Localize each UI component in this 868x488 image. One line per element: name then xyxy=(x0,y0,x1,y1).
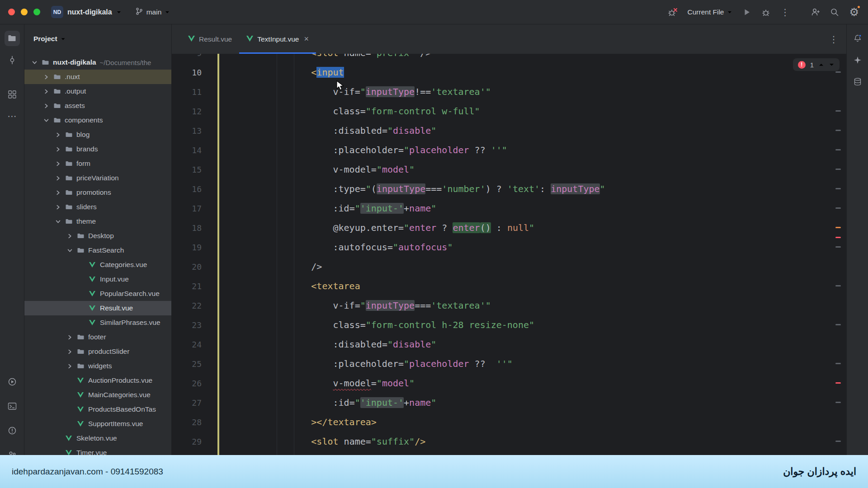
line-number[interactable]: 10 xyxy=(172,63,202,82)
chevron-icon[interactable] xyxy=(41,115,52,126)
tree-item-sliders[interactable]: sliders xyxy=(24,200,171,214)
tree-item-brands[interactable]: brands xyxy=(24,142,171,156)
line-number[interactable]: 11 xyxy=(172,82,202,102)
tree-item--output[interactable]: .output xyxy=(24,84,171,99)
debugger-disabled-icon[interactable] xyxy=(668,7,678,17)
chevron-icon[interactable] xyxy=(64,346,75,357)
structure-tool-icon[interactable] xyxy=(5,87,20,102)
code-line-9[interactable]: 9 <slot name="prefix" /> xyxy=(172,54,846,63)
tree-item-maincategories-vue[interactable]: MainCategories.vue xyxy=(24,388,171,402)
chevron-icon[interactable] xyxy=(52,158,63,169)
code-line-20[interactable]: 20 /> xyxy=(172,257,846,277)
problems-tool-icon[interactable] xyxy=(5,423,20,438)
tree-item-blog[interactable]: blog xyxy=(24,127,171,142)
search-everywhere-icon[interactable] xyxy=(830,8,839,17)
code-line-14[interactable]: 14 :placeholder="placeholder ?? ''" xyxy=(172,141,846,160)
chevron-icon[interactable] xyxy=(52,202,63,212)
project-widget[interactable]: ND nuxt-digikala xyxy=(51,6,122,18)
tree-item-result-vue[interactable]: Result.vue xyxy=(24,301,171,315)
line-number[interactable]: 21 xyxy=(172,277,202,296)
branch-widget[interactable]: main xyxy=(135,7,170,17)
code-line-13[interactable]: 13 :disabled="disable" xyxy=(172,121,846,141)
notifications-bell-icon[interactable] xyxy=(850,31,865,46)
line-number[interactable]: 15 xyxy=(172,160,202,179)
code-with-me-icon[interactable] xyxy=(811,8,820,17)
tree-item-footer[interactable]: footer xyxy=(24,330,171,344)
line-number[interactable]: 16 xyxy=(172,179,202,199)
chevron-icon[interactable] xyxy=(64,332,75,343)
line-number[interactable]: 9 xyxy=(172,54,202,63)
line-number[interactable]: 14 xyxy=(172,141,202,160)
tree-item--nuxt[interactable]: .nuxt xyxy=(24,70,171,84)
line-number[interactable]: 12 xyxy=(172,102,202,121)
previous-error-chevron-icon[interactable] xyxy=(818,61,824,69)
tree-item-promotions[interactable]: promotions xyxy=(24,185,171,200)
code-line-18[interactable]: 18 @keyup.enter="enter ? enter() : null" xyxy=(172,218,846,238)
tab-options-kebab-icon[interactable]: ⋮ xyxy=(821,24,846,54)
line-number[interactable]: 20 xyxy=(172,257,202,277)
tab-textinput-vue[interactable]: TextInput.vue × xyxy=(239,24,316,54)
line-number[interactable]: 26 xyxy=(172,374,202,393)
tree-item-pricevariation[interactable]: priceVariation xyxy=(24,171,171,185)
chevron-icon[interactable] xyxy=(41,100,52,111)
line-number[interactable]: 25 xyxy=(172,354,202,374)
tree-item-similarphrases-vue[interactable]: SimilarPhrases.vue xyxy=(24,315,171,330)
chevron-icon[interactable] xyxy=(52,129,63,140)
code-line-27[interactable]: 27 :id="'input-'+name" xyxy=(172,393,846,413)
chevron-icon[interactable] xyxy=(41,86,52,97)
line-number[interactable]: 19 xyxy=(172,238,202,257)
code-line-21[interactable]: 21 <textarea xyxy=(172,277,846,296)
tree-item-popularsearch-vue[interactable]: PopularSearch.vue xyxy=(24,286,171,301)
tree-item-theme[interactable]: theme xyxy=(24,214,171,229)
tree-item-nuxt-digikala[interactable]: nuxt-digikala~/Documents/the xyxy=(24,55,171,70)
zoom-window-button[interactable] xyxy=(33,9,40,15)
line-number[interactable]: 23 xyxy=(172,315,202,335)
line-number[interactable]: 22 xyxy=(172,296,202,315)
code-line-19[interactable]: 19 :autofocus="autofocus" xyxy=(172,238,846,257)
project-tool-icon[interactable] xyxy=(5,31,20,46)
minimize-window-button[interactable] xyxy=(21,9,28,15)
close-icon[interactable]: × xyxy=(304,34,309,44)
chevron-icon[interactable] xyxy=(52,173,63,183)
code-line-12[interactable]: 12 class="form-control w-full" xyxy=(172,102,846,121)
line-number[interactable]: 17 xyxy=(172,199,202,218)
code-line-23[interactable]: 23 class="form-control h-28 resize-none" xyxy=(172,315,846,335)
tree-item-fastsearch[interactable]: FastSearch xyxy=(24,243,171,258)
kebab-menu-icon[interactable]: ⋮ xyxy=(780,8,789,17)
commit-tool-icon[interactable] xyxy=(5,52,20,68)
chevron-icon[interactable] xyxy=(52,187,63,198)
chevron-icon[interactable] xyxy=(52,144,63,155)
terminal-tool-icon[interactable] xyxy=(5,399,20,414)
tree-item-auctionproducts-vue[interactable]: AuctionProducts.vue xyxy=(24,373,171,388)
debug-button[interactable] xyxy=(761,8,770,17)
code-line-10[interactable]: 10 <input xyxy=(172,63,846,82)
tree-item-skeleton-vue[interactable]: Skeleton.vue xyxy=(24,431,171,446)
error-stripe-scrollbar[interactable] xyxy=(835,54,841,488)
run-button[interactable] xyxy=(742,8,751,17)
tree-item-categories-vue[interactable]: Categories.vue xyxy=(24,258,171,272)
code-line-25[interactable]: 25 :placeholder="placeholder ?? ''" xyxy=(172,354,846,374)
tree-item-widgets[interactable]: widgets xyxy=(24,359,171,373)
code-line-16[interactable]: 16 :type="(inputType==='number') ? 'text… xyxy=(172,179,846,199)
code-editor[interactable]: 9 <slot name="prefix" />10 <input11 v-if… xyxy=(172,54,846,488)
chevron-icon[interactable] xyxy=(64,230,75,241)
code-line-15[interactable]: 15 v-model="model" xyxy=(172,160,846,179)
tree-item-productsbasedontas[interactable]: ProductsBasedOnTas xyxy=(24,402,171,417)
chevron-icon[interactable] xyxy=(29,57,40,68)
run-configuration-select[interactable]: Current File xyxy=(688,8,733,16)
tree-item-form[interactable]: form xyxy=(24,156,171,171)
tree-item-supportitems-vue[interactable]: SupportItems.vue xyxy=(24,417,171,431)
ai-assistant-icon[interactable] xyxy=(850,52,865,68)
run-tool-icon[interactable] xyxy=(5,374,20,389)
line-number[interactable]: 27 xyxy=(172,393,202,413)
chevron-icon[interactable] xyxy=(64,245,75,256)
line-number[interactable]: 28 xyxy=(172,413,202,432)
code-line-24[interactable]: 24 :disabled="disable" xyxy=(172,335,846,354)
code-line-11[interactable]: 11 v-if="inputType!=='textarea'" xyxy=(172,82,846,102)
close-window-button[interactable] xyxy=(8,9,15,15)
line-number[interactable]: 29 xyxy=(172,432,202,451)
tab-result-vue[interactable]: Result.vue xyxy=(181,24,239,54)
tree-item-assets[interactable]: assets xyxy=(24,99,171,113)
code-line-29[interactable]: 29 <slot name="suffix"/> xyxy=(172,432,846,451)
tree-item-components[interactable]: components xyxy=(24,113,171,127)
